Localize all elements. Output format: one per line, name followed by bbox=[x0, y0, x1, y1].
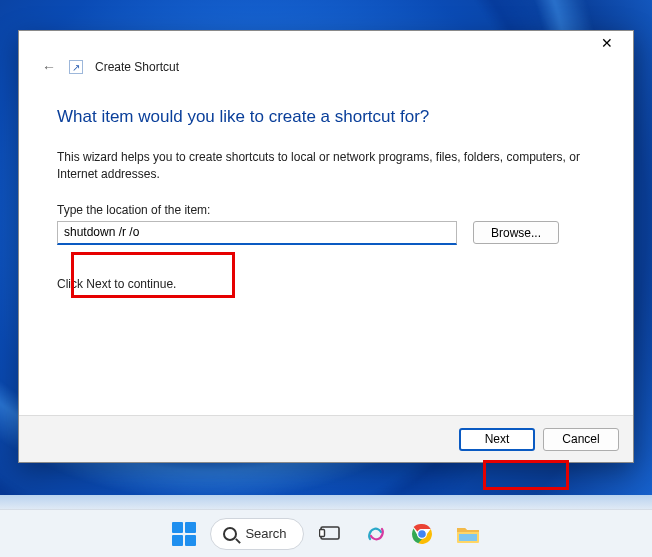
search-icon bbox=[223, 527, 237, 541]
location-input[interactable] bbox=[57, 221, 457, 245]
wizard-description: This wizard helps you to create shortcut… bbox=[57, 149, 595, 183]
taskbar: Search bbox=[0, 509, 652, 557]
cancel-button[interactable]: Cancel bbox=[543, 428, 619, 451]
dialog-title: Create Shortcut bbox=[95, 60, 179, 74]
svg-rect-1 bbox=[319, 529, 324, 536]
create-shortcut-dialog: ✕ ← ↗ Create Shortcut What item would yo… bbox=[18, 30, 634, 463]
wizard-heading: What item would you like to create a sho… bbox=[57, 107, 595, 127]
copilot-icon bbox=[364, 522, 388, 546]
next-button[interactable]: Next bbox=[459, 428, 535, 451]
location-row: Browse... bbox=[57, 221, 595, 245]
browse-button[interactable]: Browse... bbox=[473, 221, 559, 244]
dialog-footer: Next Cancel bbox=[19, 415, 633, 462]
folder-icon bbox=[455, 522, 481, 546]
copilot-button[interactable] bbox=[356, 514, 396, 554]
taskbar-search[interactable]: Search bbox=[210, 518, 303, 550]
file-explorer-button[interactable] bbox=[448, 514, 488, 554]
dialog-body: What item would you like to create a sho… bbox=[19, 79, 633, 415]
start-button[interactable] bbox=[164, 514, 204, 554]
taskbar-search-label: Search bbox=[245, 526, 286, 541]
dialog-header: ← ↗ Create Shortcut bbox=[19, 55, 633, 79]
task-view-button[interactable] bbox=[310, 514, 350, 554]
location-label: Type the location of the item: bbox=[57, 203, 595, 217]
chrome-icon bbox=[410, 522, 434, 546]
continue-note: Click Next to continue. bbox=[57, 277, 595, 291]
windows-logo-icon bbox=[172, 522, 196, 546]
svg-rect-5 bbox=[459, 534, 477, 541]
close-icon[interactable]: ✕ bbox=[593, 32, 621, 54]
chrome-button[interactable] bbox=[402, 514, 442, 554]
task-view-icon bbox=[319, 523, 341, 545]
titlebar: ✕ bbox=[19, 31, 633, 55]
annotation-highlight bbox=[483, 460, 569, 490]
shortcut-icon: ↗ bbox=[69, 60, 83, 74]
back-arrow-icon[interactable]: ← bbox=[41, 59, 57, 75]
